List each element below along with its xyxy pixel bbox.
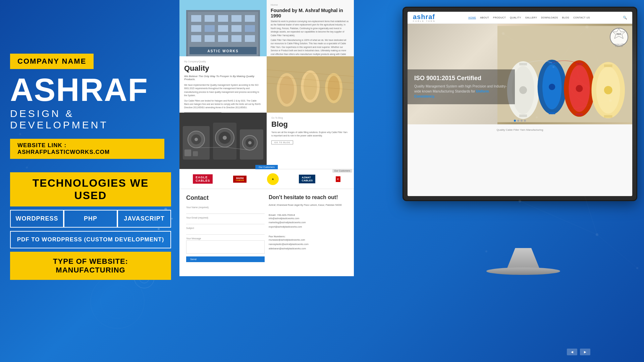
svg-line-18 (503, 34, 610, 101)
svg-line-19 (570, 151, 597, 235)
tech-javascript: JAVASCRIPT (117, 210, 171, 228)
tech-pdf-wordpress: PDF TO WORDPRESS (CUSTOM DEVELOPMENT) (10, 231, 171, 248)
svg-line-15 (537, 117, 570, 151)
left-panel: COMPANY NAME ASHRAF DESIGN & DEVELOPMENT… (0, 0, 174, 362)
technologies-header: TECHNOLOGIES WE USED (10, 172, 171, 206)
svg-line-20 (597, 235, 637, 268)
svg-line-21 (520, 201, 597, 235)
svg-line-16 (570, 151, 621, 168)
svg-line-13 (587, 27, 610, 101)
svg-line-17 (553, 67, 610, 101)
svg-point-22 (564, 27, 644, 107)
svg-line-11 (503, 34, 553, 67)
tech-wordpress-text: WORDPRESS (15, 215, 58, 222)
tech-php: PHP (64, 210, 117, 228)
tech-wordpress: WORDPRESS (10, 210, 64, 228)
company-subtitle-text: DESIGN & DEVELOPMENT (10, 108, 108, 130)
tech-javascript-text: JAVASCRIPT (124, 215, 164, 222)
prev-button[interactable]: ◀ (567, 349, 577, 355)
svg-point-23 (577, 40, 631, 94)
website-type-text: TYPE OF WEBSITE: MANUFACTURING (53, 257, 128, 274)
website-link-text: WEBSITE LINK : ASHRAFPLASTICWORKS.COM (17, 142, 110, 155)
website-type-badge: TYPE OF WEBSITE: MANUFACTURING (10, 252, 171, 280)
technologies-header-text: TECHNOLOGIES WE USED (33, 177, 149, 201)
tech-php-text: PHP (84, 215, 97, 222)
company-title: ASHRAF (10, 74, 164, 106)
svg-line-12 (553, 27, 587, 67)
svg-point-8 (485, 250, 487, 252)
company-subtitle: DESIGN & DEVELOPMENT (10, 108, 164, 131)
company-label-badge: COMPANY NAME (10, 54, 94, 69)
next-button[interactable]: ▶ (580, 349, 590, 355)
tech-row: WORDPRESS PHP JAVASCRIPT (10, 210, 171, 228)
nav-buttons-area: ◀ ▶ (567, 349, 590, 355)
company-name-text: ASHRAF (10, 72, 148, 108)
svg-line-14 (537, 101, 610, 117)
tech-pdf-text: PDF TO WORDPRESS (CUSTOM DEVELOPMENT) (17, 236, 164, 243)
company-label-text: COMPANY NAME (17, 57, 86, 65)
website-link-badge[interactable]: WEBSITE LINK : ASHRAFPLASTICWORKS.COM (10, 139, 164, 159)
